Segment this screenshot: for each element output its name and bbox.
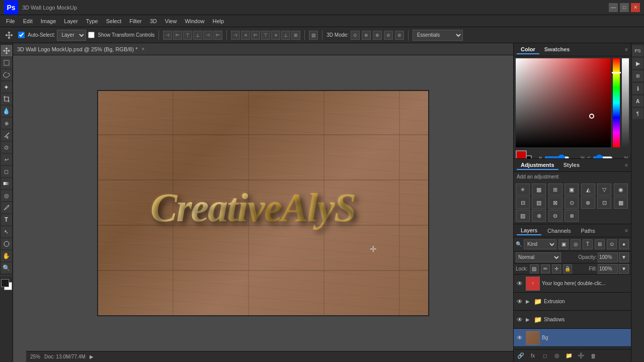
marquee-tool[interactable] (1, 57, 12, 68)
panel-icon-align[interactable]: ¶ (632, 108, 643, 119)
distribute-top-icon[interactable]: ⊤ (261, 31, 270, 40)
fg-bg-swatches[interactable] (516, 150, 534, 159)
filter-shape-icon[interactable]: ⊞ (595, 239, 605, 249)
align-left-icon[interactable]: ⊣ (163, 31, 172, 40)
adj-curves[interactable]: ⊞ (548, 184, 562, 196)
layer-item-logo[interactable]: 👁 ! Your logo here( double-clic... (514, 275, 631, 293)
adj-gradient-map[interactable]: ⊕ (532, 210, 546, 222)
hand-tool[interactable]: ✋ (1, 250, 12, 261)
align-right-icon[interactable]: ⊤ (183, 31, 192, 40)
panel-icon-text[interactable]: A (632, 96, 643, 107)
distribute-center-v-icon[interactable]: ≡ (271, 31, 280, 40)
adj-channel-mixer[interactable]: ⊙ (565, 197, 579, 209)
menu-window[interactable]: Window (181, 17, 208, 25)
menu-edit[interactable]: Edit (19, 17, 37, 25)
align-top-icon[interactable]: ⊥ (193, 31, 202, 40)
adj-exposure[interactable]: ▣ (565, 184, 579, 196)
new-group-btn[interactable]: 📁 (564, 351, 574, 361)
show-transform-checkbox[interactable] (88, 32, 95, 38)
3d-mode-icon2[interactable]: ⊕ (362, 31, 371, 40)
close-button[interactable]: ✕ (631, 3, 640, 12)
adj-color-balance[interactable]: ⊟ (516, 197, 530, 209)
fill-arrow[interactable]: ▼ (619, 264, 629, 274)
history-brush-tool[interactable]: ↩ (1, 154, 12, 165)
tab-color[interactable]: Color (517, 45, 539, 54)
tab-styles[interactable]: Styles (559, 161, 584, 170)
canvas-viewport[interactable]: CreativeAlyS ✛ (13, 55, 513, 351)
adj-invert[interactable]: ⊡ (597, 197, 611, 209)
layers-panel-menu[interactable]: ≡ (625, 228, 628, 233)
brush-tool[interactable] (1, 130, 12, 141)
fx-btn[interactable]: fx (528, 351, 538, 361)
hue-slider[interactable] (613, 58, 620, 147)
color-gradient-picker[interactable] (516, 58, 611, 147)
menu-select[interactable]: Select (102, 17, 126, 25)
fill-input[interactable] (598, 264, 618, 274)
auto-select-type[interactable]: Layer Group (57, 30, 86, 41)
tab-channels[interactable]: Channels (543, 227, 575, 235)
adj-selective-color[interactable]: ⊖ (548, 210, 562, 222)
lock-transparent-icon[interactable]: ▨ (530, 264, 539, 274)
align-center-h-icon[interactable]: ⊢ (173, 31, 182, 40)
distribute-center-h-icon[interactable]: ≡ (241, 31, 250, 40)
adj-posterize[interactable]: ▩ (614, 197, 628, 209)
opacity-slider[interactable] (622, 58, 629, 147)
maximize-button[interactable]: □ (620, 3, 629, 12)
crop-tool[interactable] (1, 94, 12, 105)
adj-hdr[interactable]: ◭ (581, 184, 595, 196)
blend-mode-select[interactable]: Normal Multiply Screen (516, 252, 561, 262)
zoom-tool[interactable]: 🔍 (1, 262, 12, 274)
expand-shadows[interactable]: ▶ (526, 317, 532, 322)
menu-type[interactable]: Type (82, 17, 102, 25)
distribute-right-icon[interactable]: ⊢ (251, 31, 260, 40)
filter-adjust-icon[interactable]: ◎ (571, 239, 581, 249)
eraser-tool[interactable]: ◻ (1, 166, 12, 177)
menu-help[interactable]: Help (209, 17, 228, 25)
auto-select-checkbox[interactable] (18, 32, 25, 38)
blur-tool[interactable]: ◎ (1, 190, 12, 201)
panel-icon-4[interactable]: ℹ (632, 83, 643, 94)
align-bottom-icon[interactable]: ⊢ (213, 31, 222, 40)
arrange-icon[interactable]: ▧ (309, 31, 318, 40)
lock-position-icon[interactable]: ✛ (552, 264, 561, 274)
pen-tool[interactable] (1, 202, 12, 213)
layer-vis-shadows[interactable]: 👁 (516, 316, 524, 324)
clone-stamp-tool[interactable]: ⊙ (1, 142, 12, 153)
filter-pixel-icon[interactable]: ▣ (558, 239, 569, 249)
layer-vis-logo[interactable]: 👁 (516, 280, 524, 288)
color-panel-menu[interactable]: ≡ (625, 47, 628, 52)
adj-photo-filter[interactable]: ⊠ (548, 197, 562, 209)
magic-wand-tool[interactable]: ✦ (1, 81, 12, 93)
filter-toggle[interactable]: ● (619, 239, 629, 249)
3d-mode-icon1[interactable]: ⊙ (351, 31, 360, 40)
menu-3d[interactable]: 3D (146, 17, 161, 25)
foreground-background-colors[interactable] (1, 279, 12, 290)
panel-icon-1[interactable]: PS (632, 45, 643, 56)
tab-paths[interactable]: Paths (577, 227, 599, 235)
adj-black-white[interactable]: ▧ (532, 197, 546, 209)
healing-brush-tool[interactable]: ⊕ (1, 118, 12, 129)
panel-icon-3[interactable]: ⊞ (632, 70, 643, 81)
lock-all-icon[interactable]: 🔒 (563, 264, 572, 274)
link-layers-btn[interactable]: 🔗 (516, 351, 526, 361)
new-layer-btn[interactable]: ➕ (576, 351, 586, 361)
new-adjustment-btn[interactable]: ◎ (552, 351, 562, 361)
layer-item-shadows[interactable]: 👁 ▶ 📁 Shadows (514, 311, 631, 329)
foreground-swatch[interactable] (516, 150, 527, 159)
minimize-button[interactable]: — (609, 3, 618, 12)
menu-filter[interactable]: Filter (125, 17, 145, 25)
3d-mode-icon5[interactable]: ⊚ (395, 31, 404, 40)
opacity-input[interactable] (598, 252, 618, 262)
layer-item-extrusion[interactable]: 👁 ▶ 📁 Extrusion (514, 293, 631, 311)
adj-vibrance[interactable]: ▽ (597, 184, 611, 196)
layer-vis-extrusion[interactable]: 👁 (516, 298, 524, 306)
layer-item-bg[interactable]: 👁 Bg (514, 329, 631, 347)
add-mask-btn[interactable]: □ (540, 351, 550, 361)
adj-brightness[interactable]: ☀ (516, 184, 530, 196)
lock-image-icon[interactable]: ✏ (541, 264, 550, 274)
canvas-tab-close[interactable]: × (141, 46, 144, 52)
menu-file[interactable]: File (2, 17, 19, 25)
layer-vis-bg[interactable]: 👁 (516, 334, 524, 342)
tab-layers[interactable]: Layers (517, 226, 541, 235)
workspace-select[interactable]: Essentials Photography Painting (413, 30, 463, 41)
